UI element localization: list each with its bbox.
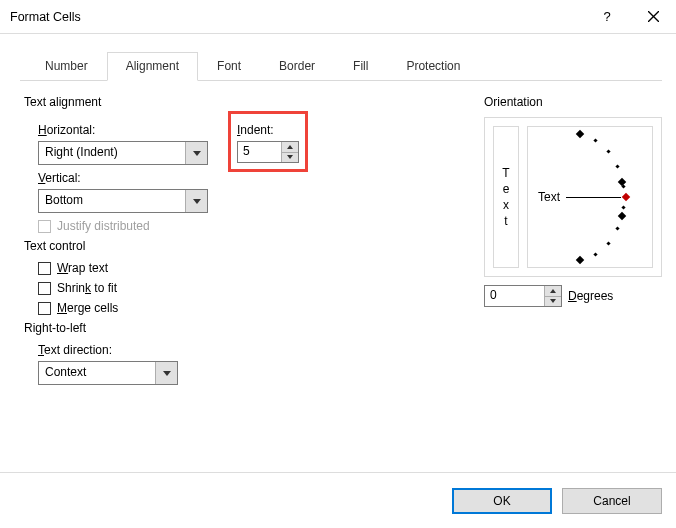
spinner-up-icon[interactable] xyxy=(545,286,561,296)
orientation-dial[interactable]: Text xyxy=(527,126,653,268)
tabs: Number Alignment Font Border Fill Protec… xyxy=(20,52,662,81)
spinner-down-icon[interactable] xyxy=(545,296,561,307)
vertical-text-button[interactable]: T e x t xyxy=(493,126,519,268)
vertical-value: Bottom xyxy=(39,190,185,212)
tab-number[interactable]: Number xyxy=(26,52,107,81)
cancel-button[interactable]: Cancel xyxy=(562,488,662,514)
wrap-text-label: Wrap text xyxy=(57,261,108,275)
help-button[interactable]: ? xyxy=(584,0,630,34)
dial-dot xyxy=(606,149,610,153)
text-control-title: Text control xyxy=(24,239,464,253)
degrees-label: Degrees xyxy=(568,289,613,303)
dialog-footer: OK Cancel xyxy=(0,472,676,528)
wrap-text-check[interactable]: Wrap text xyxy=(38,261,464,275)
horizontal-select[interactable]: Right (Indent) xyxy=(38,141,208,165)
tab-protection[interactable]: Protection xyxy=(387,52,479,81)
tab-alignment[interactable]: Alignment xyxy=(107,52,198,81)
dial-dot xyxy=(615,226,619,230)
tab-fill[interactable]: Fill xyxy=(334,52,387,81)
dial-text-label: Text xyxy=(538,190,560,204)
indent-highlight: Indent: 5 xyxy=(228,111,308,172)
dial-tick xyxy=(576,130,584,138)
close-button[interactable] xyxy=(630,0,676,34)
spinner-up-icon[interactable] xyxy=(282,142,298,152)
merge-label: Merge cells xyxy=(57,301,118,315)
justify-distributed-check: Justify distributed xyxy=(38,219,464,233)
ok-button[interactable]: OK xyxy=(452,488,552,514)
text-alignment-title: Text alignment xyxy=(24,95,464,109)
checkbox-icon xyxy=(38,262,51,275)
dial-dot xyxy=(606,241,610,245)
dial-dot xyxy=(615,164,619,168)
titlebar: Format Cells ? xyxy=(0,0,676,34)
tab-font[interactable]: Font xyxy=(198,52,260,81)
merge-check[interactable]: Merge cells xyxy=(38,301,464,315)
close-icon xyxy=(648,11,659,22)
chevron-down-icon xyxy=(185,190,207,212)
dial-tick xyxy=(576,256,584,264)
degrees-spinner[interactable]: 0 xyxy=(484,285,562,307)
vertical-label: Vertical: xyxy=(38,171,208,185)
chevron-down-icon xyxy=(185,142,207,164)
text-direction-select[interactable]: Context xyxy=(38,361,178,385)
tab-border[interactable]: Border xyxy=(260,52,334,81)
orientation-title: Orientation xyxy=(484,95,662,109)
spinner-down-icon[interactable] xyxy=(282,152,298,163)
dial-tick xyxy=(618,212,626,220)
justify-distributed-label: Justify distributed xyxy=(57,219,150,233)
dial-dot xyxy=(621,205,625,209)
dial-pointer xyxy=(622,193,630,201)
dial-dot xyxy=(593,138,597,142)
dial-line xyxy=(566,197,621,198)
orientation-control[interactable]: T e x t Text xyxy=(484,117,662,277)
text-direction-value: Context xyxy=(39,362,155,384)
dialog-title: Format Cells xyxy=(10,10,584,24)
indent-label: Indent: xyxy=(237,123,299,137)
vertical-select[interactable]: Bottom xyxy=(38,189,208,213)
horizontal-label: Horizontal: xyxy=(38,123,208,137)
chevron-down-icon xyxy=(155,362,177,384)
dial-dot xyxy=(593,252,597,256)
dial-dot xyxy=(621,184,625,188)
degrees-value: 0 xyxy=(485,286,544,306)
indent-value: 5 xyxy=(238,142,281,162)
checkbox-icon xyxy=(38,302,51,315)
checkbox-icon xyxy=(38,220,51,233)
shrink-label: Shrink to fit xyxy=(57,281,117,295)
checkbox-icon xyxy=(38,282,51,295)
shrink-check[interactable]: Shrink to fit xyxy=(38,281,464,295)
rtl-title: Right-to-left xyxy=(24,321,464,335)
text-direction-label: Text direction: xyxy=(38,343,464,357)
horizontal-value: Right (Indent) xyxy=(39,142,185,164)
indent-spinner[interactable]: 5 xyxy=(237,141,299,163)
